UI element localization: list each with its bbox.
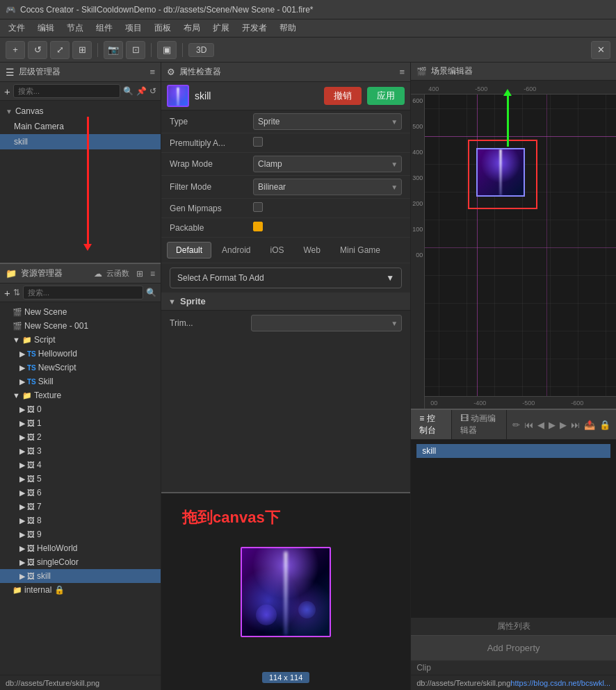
hierarchy-search-icon[interactable]: 🔍 <box>123 86 133 96</box>
format-tabs: Default Android iOS Web Mini Game <box>161 238 410 263</box>
tab-android[interactable]: Android <box>213 242 259 258</box>
asset-item-tex-0[interactable]: ▶ 🖼 0 <box>0 402 161 416</box>
toolbar-camera-btn[interactable]: 📷 <box>104 41 123 59</box>
asset-item-helloworld-tex[interactable]: ▶ 🖼 HelloWorld <box>0 541 161 555</box>
menu-node[interactable]: 节点 <box>61 21 89 35</box>
asset-item-tex-5[interactable]: ▶ 🖼 5 <box>0 472 161 486</box>
asset-item-new-scene-001[interactable]: 🎬 New Scene - 001 <box>0 319 161 333</box>
cancel-button[interactable]: 撤销 <box>324 87 362 105</box>
asset-view-icon[interactable]: ⊞ <box>136 269 143 279</box>
add-property-button[interactable]: Add Property <box>411 635 616 660</box>
console-prev-icon[interactable]: ⏮ <box>524 420 533 430</box>
hierarchy-add-icon[interactable]: + <box>4 85 10 97</box>
prop-type-select[interactable]: Sprite <box>253 113 402 130</box>
prop-premultiply-checkbox[interactable] <box>253 137 263 147</box>
internal-label: internal 🔒 <box>24 585 65 595</box>
console-export-icon[interactable]: 📤 <box>584 420 595 430</box>
hierarchy-menu-icon[interactable]: ≡ <box>149 67 155 77</box>
green-up-arrow <box>507 95 509 147</box>
asset-search-input[interactable] <box>23 286 143 299</box>
menu-project[interactable]: 项目 <box>120 21 147 35</box>
console-end-icon[interactable]: ⏭ <box>571 420 580 430</box>
console-back-icon[interactable]: ◀ <box>537 420 544 430</box>
menu-devtools[interactable]: 开发者 <box>236 21 273 35</box>
toolbar-rect-btn[interactable]: ⊡ <box>126 41 145 59</box>
tree-item-skill[interactable]: skill <box>0 134 161 149</box>
menu-edit[interactable]: 编辑 <box>32 21 60 35</box>
asset-item-script[interactable]: ▼ 📁 Script <box>0 333 161 347</box>
skill-script-expand-arrow: ▶ <box>19 377 25 386</box>
tree-item-main-camera[interactable]: Main Camera <box>0 119 161 134</box>
cloud-icon[interactable]: ☁ <box>94 269 102 279</box>
toolbar-3d-btn[interactable]: 3D <box>188 43 214 57</box>
asset-item-tex-6[interactable]: ▶ 🖼 6 <box>0 486 161 500</box>
asset-item-tex-3[interactable]: ▶ 🖼 3 <box>0 444 161 458</box>
inspector-panel: ⚙ 属性检查器 ≡ skill 撤销 应用 Type Sprite <box>161 63 410 493</box>
prop-gen-mipmaps-checkbox[interactable] <box>253 202 263 212</box>
prop-packable-checkbox[interactable] <box>253 222 263 231</box>
asset-menu-icon[interactable]: ≡ <box>150 269 155 279</box>
asset-sort-icon[interactable]: ⇅ <box>13 288 20 297</box>
toolbar-maximize-btn[interactable]: ⤢ <box>50 41 70 59</box>
asset-item-tex-1[interactable]: ▶ 🖼 1 <box>0 416 161 430</box>
console-tab-animation[interactable]: 🎞 动画编辑器 <box>452 410 507 439</box>
inspector-menu-icon[interactable]: ≡ <box>400 67 405 77</box>
prop-wrap-mode-select[interactable]: Clamp <box>253 156 402 172</box>
hierarchy-refresh-icon[interactable]: ↺ <box>149 86 156 96</box>
asset-item-single-color[interactable]: ▶ 🖼 singleColor <box>0 555 161 569</box>
asset-item-skill-tex[interactable]: ▶ 🖼 skill <box>0 569 161 583</box>
title-bar-text: Cocos Creator - SkillCooldownDemo - db:/… <box>20 5 314 15</box>
ruler-bottom-extra: -600 <box>571 400 583 406</box>
asset-item-tex-9[interactable]: ▶ 🖼 9 <box>0 527 161 541</box>
status-path: db://assets/Texture/skill.png <box>416 679 510 687</box>
asset-item-tex-4[interactable]: ▶ 🖼 4 <box>0 458 161 472</box>
tex-7-label: 7 <box>37 502 42 511</box>
hierarchy-search-input[interactable] <box>13 84 120 98</box>
scene-icon: 🎬 <box>416 67 427 76</box>
asset-add-icon[interactable]: + <box>4 287 10 299</box>
asset-item-helloworld[interactable]: ▶ TS Helloworld <box>0 347 161 361</box>
toolbar-refresh-btn[interactable]: ↺ <box>28 41 47 59</box>
tab-web[interactable]: Web <box>295 242 330 258</box>
asset-item-tex-8[interactable]: ▶ 🖼 8 <box>0 514 161 527</box>
asset-search-icon[interactable]: 🔍 <box>146 288 156 297</box>
asset-item-newscript[interactable]: ▶ TS NewScript <box>0 361 161 375</box>
console-play-icon[interactable]: ▶ <box>549 420 556 430</box>
menu-help[interactable]: 帮助 <box>274 21 302 35</box>
tab-mini-game[interactable]: Mini Game <box>331 242 389 258</box>
format-dropdown[interactable]: Select A Format To Add ▼ <box>170 268 402 288</box>
menu-file[interactable]: 文件 <box>3 21 31 35</box>
ruler-600: 600 <box>411 98 424 104</box>
console-fwd-icon[interactable]: ▶ <box>560 420 567 430</box>
tab-default[interactable]: Default <box>167 242 211 258</box>
asset-item-new-scene[interactable]: 🎬 New Scene <box>0 305 161 319</box>
asset-item-internal[interactable]: 📁 internal 🔒 <box>0 583 161 597</box>
menu-component[interactable]: 组件 <box>90 21 118 35</box>
tex-7-arrow: ▶ <box>19 502 25 511</box>
prop-filter-mode-select[interactable]: Bilinear <box>253 179 402 195</box>
tex-8-arrow: ▶ <box>19 516 25 525</box>
asset-item-skill-script[interactable]: ▶ TS Skill <box>0 375 161 388</box>
toolbar-close-btn[interactable]: ✕ <box>591 41 610 59</box>
console-edit-icon[interactable]: ✏ <box>512 420 520 430</box>
menu-panel[interactable]: 面板 <box>149 21 177 35</box>
menu-layout[interactable]: 布局 <box>178 21 206 35</box>
apply-button[interactable]: 应用 <box>367 87 405 105</box>
asset-item-texture[interactable]: ▼ 📁 Texture <box>0 388 161 402</box>
hierarchy-lock-icon[interactable]: 📌 <box>136 86 147 96</box>
asset-item-tex-7[interactable]: ▶ 🖼 7 <box>0 500 161 514</box>
console-tab-console[interactable]: ≡ 控制台 <box>411 410 451 439</box>
toolbar-transform-btn[interactable]: ▣ <box>157 41 177 59</box>
menu-extension[interactable]: 扩展 <box>207 21 235 35</box>
trim-select[interactable] <box>251 315 402 331</box>
canvas-label: Canvas <box>15 106 44 116</box>
tab-ios[interactable]: iOS <box>261 242 293 258</box>
scene-canvas[interactable]: 400 -500 -600 600 500 400 300 200 100 00 <box>411 81 616 409</box>
toolbar-add-btn[interactable]: + <box>6 41 25 59</box>
tex-9-icon: 🖼 <box>27 530 35 539</box>
console-lock-icon[interactable]: 🔒 <box>599 420 610 430</box>
asset-item-tex-2[interactable]: ▶ 🖼 2 <box>0 430 161 444</box>
tree-item-canvas[interactable]: ▼ Canvas <box>0 104 161 119</box>
texture-size-badge: 114 x 114 <box>262 672 309 683</box>
toolbar-grid-btn[interactable]: ⊞ <box>72 41 92 59</box>
